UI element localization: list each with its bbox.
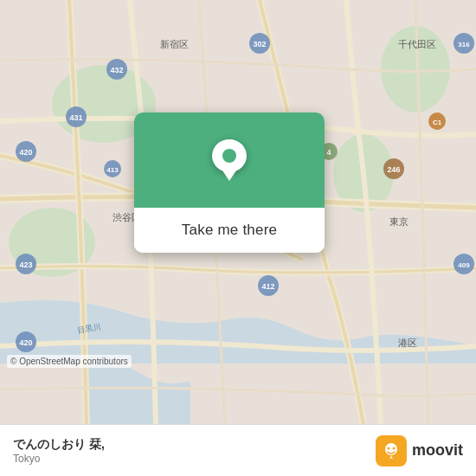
svg-text:千代田区: 千代田区 (398, 39, 436, 49)
svg-text:新宿区: 新宿区 (160, 39, 189, 49)
card-map-preview (134, 113, 325, 208)
svg-text:東京: 東京 (389, 216, 408, 227)
svg-text:432: 432 (110, 66, 123, 74)
pin-tail (222, 170, 236, 181)
pin-dot (222, 149, 236, 163)
svg-text:409: 409 (458, 261, 470, 269)
svg-text:302: 302 (253, 40, 266, 48)
place-location: Tokyo (13, 453, 105, 465)
pin-circle (212, 139, 247, 172)
svg-text:431: 431 (69, 113, 82, 122)
svg-text:316: 316 (458, 41, 470, 48)
place-name: でんのしおり 栞, (13, 437, 105, 453)
place-info: でんのしおり 栞, Tokyo (13, 437, 105, 465)
take-me-there-button[interactable]: Take me there (134, 208, 325, 253)
svg-text:420: 420 (19, 338, 32, 347)
svg-point-41 (392, 447, 395, 449)
location-card: Take me there (134, 113, 325, 253)
svg-text:C1: C1 (433, 119, 442, 126)
map-container: 新宿区 千代田区 渋谷区 東京 港区 420 423 431 432 302 3… (0, 0, 476, 424)
svg-text:港区: 港区 (398, 338, 417, 348)
svg-text:423: 423 (19, 261, 32, 269)
bottom-bar: でんのしおり 栞, Tokyo moovit (0, 424, 476, 476)
svg-point-40 (387, 447, 389, 449)
svg-text:246: 246 (387, 165, 400, 174)
location-pin (212, 139, 247, 181)
moovit-icon (376, 435, 407, 466)
osm-attribution: © OpenStreetMap contributors (7, 355, 132, 368)
moovit-text: moovit (412, 441, 463, 460)
moovit-logo: moovit (376, 435, 463, 466)
svg-text:420: 420 (19, 148, 32, 157)
svg-text:4: 4 (326, 148, 331, 157)
svg-text:413: 413 (106, 166, 119, 174)
svg-text:412: 412 (261, 282, 274, 291)
